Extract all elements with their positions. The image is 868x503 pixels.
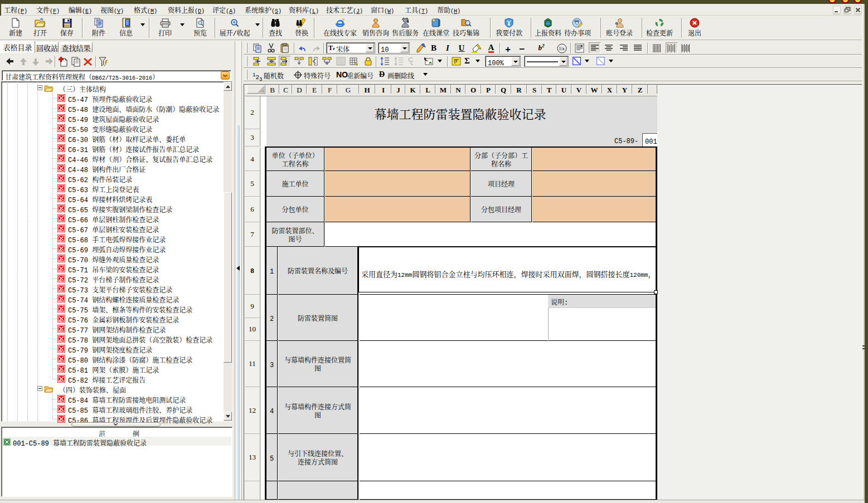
svg-text:DVD: DVD [574,19,579,23]
svg-text:1/a: 1/a [559,46,565,51]
